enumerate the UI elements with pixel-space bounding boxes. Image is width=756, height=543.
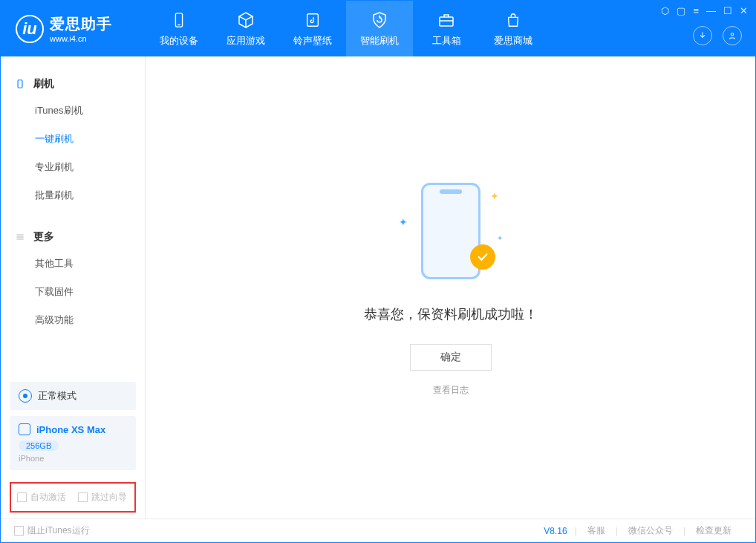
checkbox-icon (14, 526, 24, 536)
highlighted-options-row: 自动激活 跳过向导 (10, 482, 136, 513)
sidebar-item-other-tools[interactable]: 其他工具 (1, 250, 145, 278)
header-right-icons (693, 26, 742, 45)
app-name: 爱思助手 (50, 14, 112, 34)
success-illustration: ✦ ✦ ✦ (399, 179, 503, 283)
footer-link-support[interactable]: 客服 (577, 524, 616, 537)
minimize-button[interactable]: — (706, 5, 716, 16)
status-bar: 阻止iTunes运行 V8.16 | 客服 | 微信公众号 | 检查更新 (1, 518, 755, 542)
nav-tab-flash[interactable]: 智能刷机 (346, 1, 413, 56)
device-type: iPhone (19, 454, 127, 463)
bag-icon (504, 10, 523, 30)
footer-link-update[interactable]: 检查更新 (685, 524, 742, 537)
music-folder-icon (303, 10, 322, 30)
nav-tab-ringtones[interactable]: 铃声壁纸 (279, 1, 346, 56)
nav-label: 智能刷机 (360, 34, 399, 48)
cube-icon (236, 10, 255, 30)
mode-status-icon (19, 389, 32, 403)
device-small-icon (19, 423, 30, 435)
menu-icon[interactable]: ≡ (693, 5, 699, 16)
nav-tab-store[interactable]: 爱思商城 (480, 1, 547, 56)
sidebar-item-itunes-flash[interactable]: iTunes刷机 (1, 97, 145, 125)
checkbox-icon (78, 492, 88, 502)
app-url: www.i4.cn (50, 34, 112, 43)
checkbox-skip-guide[interactable]: 跳过向导 (78, 491, 127, 504)
shield-refresh-icon (370, 10, 389, 30)
sparkle-icon: ✦ (490, 190, 499, 202)
nav-label: 工具箱 (432, 34, 461, 48)
phone-icon (169, 10, 189, 30)
checkbox-label: 跳过向导 (91, 491, 127, 504)
nav-label: 铃声壁纸 (293, 34, 332, 48)
toolbox-icon (437, 10, 456, 30)
logo-area: iu 爱思助手 www.i4.cn (1, 14, 146, 43)
ok-button[interactable]: 确定 (410, 344, 492, 371)
nav-tab-my-device[interactable]: 我的设备 (146, 1, 212, 56)
nav-tabs: 我的设备 应用游戏 铃声壁纸 智能刷机 工具箱 (146, 1, 547, 56)
user-icon[interactable] (723, 26, 742, 45)
checkbox-label: 阻止iTunes运行 (27, 524, 90, 537)
feedback-icon[interactable]: ▢ (677, 5, 685, 16)
list-icon (14, 231, 26, 243)
nav-label: 应用游戏 (227, 34, 265, 48)
checkbox-block-itunes[interactable]: 阻止iTunes运行 (14, 524, 90, 537)
sidebar-header-label: 更多 (33, 230, 54, 244)
sidebar-header-more: 更多 (1, 224, 145, 250)
sidebar-item-batch-flash[interactable]: 批量刷机 (1, 181, 145, 209)
svg-rect-2 (307, 13, 319, 26)
sidebar-item-pro-flash[interactable]: 专业刷机 (1, 153, 145, 181)
phone-illustration-icon (421, 183, 480, 279)
sidebar-section-more: 更多 其他工具 下载固件 高级功能 (1, 209, 145, 334)
logo-text: 爱思助手 www.i4.cn (50, 14, 112, 43)
mode-status-label: 正常模式 (38, 389, 76, 403)
body-area: 刷机 iTunes刷机 一键刷机 专业刷机 批量刷机 更多 其他工具 下载固件 … (1, 56, 755, 518)
sidebar: 刷机 iTunes刷机 一键刷机 专业刷机 批量刷机 更多 其他工具 下载固件 … (1, 56, 146, 518)
nav-tab-toolbox[interactable]: 工具箱 (413, 1, 480, 56)
device-name: iPhone XS Max (36, 424, 105, 435)
success-message: 恭喜您，保资料刷机成功啦！ (364, 305, 538, 323)
sidebar-header-label: 刷机 (33, 77, 54, 91)
version-label: V8.16 (544, 526, 574, 536)
sparkle-icon: ✦ (399, 216, 408, 228)
maximize-button[interactable]: ☐ (723, 5, 732, 16)
nav-label: 我的设备 (160, 34, 198, 48)
svg-point-4 (731, 33, 734, 36)
checkbox-auto-activate[interactable]: 自动激活 (17, 491, 66, 504)
check-badge-icon (470, 244, 495, 270)
sidebar-item-oneclick-flash[interactable]: 一键刷机 (1, 125, 145, 153)
device-info-box[interactable]: iPhone XS Max 256GB iPhone (10, 416, 136, 470)
nav-label: 爱思商城 (494, 34, 532, 48)
main-content: ✦ ✦ ✦ 恭喜您，保资料刷机成功啦！ 确定 查看日志 (146, 56, 755, 518)
app-header: iu 爱思助手 www.i4.cn 我的设备 应用游戏 铃声壁纸 (1, 1, 755, 56)
window-controls: ⬡ ▢ ≡ — ☐ ✕ (661, 5, 748, 16)
device-capacity-badge: 256GB (19, 440, 59, 451)
download-icon[interactable] (693, 26, 712, 45)
device-icon (14, 78, 26, 90)
svg-rect-3 (440, 17, 453, 26)
close-button[interactable]: ✕ (740, 5, 748, 16)
sparkle-icon: ✦ (497, 234, 503, 242)
svg-rect-5 (18, 80, 22, 88)
checkbox-label: 自动激活 (30, 491, 66, 504)
nav-tab-apps[interactable]: 应用游戏 (212, 1, 279, 56)
sidebar-section-flash: 刷机 iTunes刷机 一键刷机 专业刷机 批量刷机 (1, 56, 145, 209)
sidebar-header-flash: 刷机 (1, 71, 145, 97)
footer-link-wechat[interactable]: 微信公众号 (618, 524, 683, 537)
app-logo-icon: iu (16, 15, 44, 43)
sidebar-item-advanced[interactable]: 高级功能 (1, 306, 145, 334)
mode-status-box[interactable]: 正常模式 (10, 382, 136, 410)
view-log-link[interactable]: 查看日志 (433, 384, 469, 397)
checkbox-icon (17, 492, 27, 502)
tshirt-icon[interactable]: ⬡ (661, 5, 669, 16)
sidebar-item-download-firmware[interactable]: 下载固件 (1, 278, 145, 306)
